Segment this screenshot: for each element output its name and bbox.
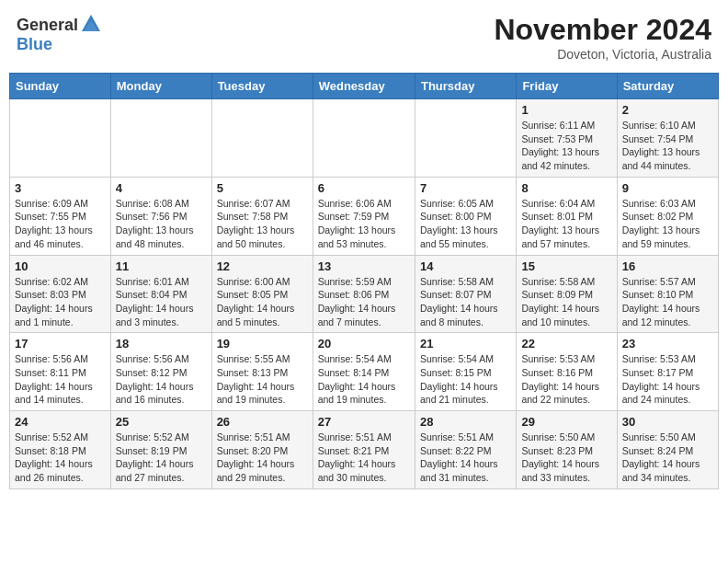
month-title: November 2024 xyxy=(494,13,711,47)
weekday-header-saturday: Saturday xyxy=(617,74,718,99)
logo-general-text: General xyxy=(17,16,78,35)
day-info: Sunrise: 5:58 AMSunset: 8:09 PMDaylight:… xyxy=(521,275,611,329)
day-info: Sunrise: 5:54 AMSunset: 8:15 PMDaylight:… xyxy=(420,352,511,407)
calendar-cell: 6Sunrise: 6:06 AMSunset: 7:59 PMDaylight… xyxy=(313,177,415,255)
day-info: Sunrise: 5:50 AMSunset: 8:24 PMDaylight:… xyxy=(622,431,713,485)
day-info: Sunrise: 6:09 AMSunset: 7:55 PMDaylight:… xyxy=(15,197,106,251)
day-number: 1 xyxy=(521,103,611,117)
day-info: Sunrise: 5:53 AMSunset: 8:17 PMDaylight:… xyxy=(622,352,713,407)
calendar-cell: 15Sunrise: 5:58 AMSunset: 8:09 PMDayligh… xyxy=(517,255,617,333)
day-info: Sunrise: 5:51 AMSunset: 8:22 PMDaylight:… xyxy=(420,431,511,485)
day-number: 18 xyxy=(116,337,207,350)
calendar-cell: 7Sunrise: 6:05 AMSunset: 8:00 PMDaylight… xyxy=(415,177,516,255)
day-number: 22 xyxy=(521,337,611,350)
weekday-header-sunday: Sunday xyxy=(10,74,111,99)
day-number: 2 xyxy=(622,103,713,117)
day-info: Sunrise: 5:57 AMSunset: 8:10 PMDaylight:… xyxy=(622,275,713,329)
calendar-cell xyxy=(110,99,211,178)
title-area: November 2024 Doveton, Victoria, Austral… xyxy=(494,13,711,62)
calendar-cell: 30Sunrise: 5:50 AMSunset: 8:24 PMDayligh… xyxy=(617,411,718,489)
day-number: 4 xyxy=(116,181,207,195)
day-number: 10 xyxy=(15,259,106,273)
day-number: 30 xyxy=(622,415,713,429)
calendar-week-5: 24Sunrise: 5:52 AMSunset: 8:18 PMDayligh… xyxy=(10,411,719,489)
day-info: Sunrise: 5:56 AMSunset: 8:12 PMDaylight:… xyxy=(116,352,207,407)
day-info: Sunrise: 5:52 AMSunset: 8:19 PMDaylight:… xyxy=(116,431,207,485)
calendar-table: SundayMondayTuesdayWednesdayThursdayFrid… xyxy=(9,73,719,489)
weekday-header-friday: Friday xyxy=(517,74,617,99)
day-number: 6 xyxy=(318,181,410,195)
calendar-cell: 3Sunrise: 6:09 AMSunset: 7:55 PMDaylight… xyxy=(10,177,111,255)
day-info: Sunrise: 5:58 AMSunset: 8:07 PMDaylight:… xyxy=(420,275,511,329)
day-info: Sunrise: 5:50 AMSunset: 8:23 PMDaylight:… xyxy=(521,431,611,485)
day-info: Sunrise: 5:54 AMSunset: 8:14 PMDaylight:… xyxy=(318,352,410,407)
day-info: Sunrise: 5:56 AMSunset: 8:11 PMDaylight:… xyxy=(15,352,106,407)
day-info: Sunrise: 5:55 AMSunset: 8:13 PMDaylight:… xyxy=(217,352,308,407)
calendar-header-row: SundayMondayTuesdayWednesdayThursdayFrid… xyxy=(10,74,719,99)
calendar-cell xyxy=(10,99,111,178)
calendar-cell: 12Sunrise: 6:00 AMSunset: 8:05 PMDayligh… xyxy=(211,255,313,333)
day-number: 24 xyxy=(15,415,106,429)
day-number: 27 xyxy=(318,415,410,429)
day-number: 16 xyxy=(622,259,713,273)
day-number: 5 xyxy=(217,181,308,195)
calendar-cell: 19Sunrise: 5:55 AMSunset: 8:13 PMDayligh… xyxy=(211,333,313,411)
calendar-cell: 2Sunrise: 6:10 AMSunset: 7:54 PMDaylight… xyxy=(617,99,718,178)
calendar-cell: 23Sunrise: 5:53 AMSunset: 8:17 PMDayligh… xyxy=(617,333,718,411)
logo-blue-line: Blue xyxy=(17,35,52,54)
calendar-cell: 17Sunrise: 5:56 AMSunset: 8:11 PMDayligh… xyxy=(10,333,111,411)
calendar-cell: 24Sunrise: 5:52 AMSunset: 8:18 PMDayligh… xyxy=(10,411,111,489)
day-number: 26 xyxy=(217,415,308,429)
weekday-header-monday: Monday xyxy=(110,74,211,99)
calendar-cell: 25Sunrise: 5:52 AMSunset: 8:19 PMDayligh… xyxy=(110,411,211,489)
weekday-header-wednesday: Wednesday xyxy=(313,74,415,99)
day-number: 17 xyxy=(15,337,106,350)
day-info: Sunrise: 6:08 AMSunset: 7:56 PMDaylight:… xyxy=(116,197,207,251)
day-number: 3 xyxy=(15,181,106,195)
day-info: Sunrise: 6:00 AMSunset: 8:05 PMDaylight:… xyxy=(217,275,308,329)
calendar-cell: 14Sunrise: 5:58 AMSunset: 8:07 PMDayligh… xyxy=(415,255,516,333)
day-info: Sunrise: 6:03 AMSunset: 8:02 PMDaylight:… xyxy=(622,197,713,251)
calendar-cell xyxy=(313,99,415,178)
calendar-week-4: 17Sunrise: 5:56 AMSunset: 8:11 PMDayligh… xyxy=(10,333,719,411)
calendar-cell: 13Sunrise: 5:59 AMSunset: 8:06 PMDayligh… xyxy=(313,255,415,333)
day-number: 14 xyxy=(420,259,511,273)
location-subtitle: Doveton, Victoria, Australia xyxy=(494,47,711,62)
day-info: Sunrise: 6:05 AMSunset: 8:00 PMDaylight:… xyxy=(420,197,511,251)
day-info: Sunrise: 5:52 AMSunset: 8:18 PMDaylight:… xyxy=(15,431,106,485)
calendar-week-1: 1Sunrise: 6:11 AMSunset: 7:53 PMDaylight… xyxy=(10,99,719,178)
calendar-cell: 29Sunrise: 5:50 AMSunset: 8:23 PMDayligh… xyxy=(517,411,617,489)
calendar-cell xyxy=(211,99,313,178)
day-info: Sunrise: 6:10 AMSunset: 7:54 PMDaylight:… xyxy=(622,119,713,173)
calendar-cell: 16Sunrise: 5:57 AMSunset: 8:10 PMDayligh… xyxy=(617,255,718,333)
calendar-cell: 11Sunrise: 6:01 AMSunset: 8:04 PMDayligh… xyxy=(110,255,211,333)
day-info: Sunrise: 5:53 AMSunset: 8:16 PMDaylight:… xyxy=(521,352,611,407)
logo-area: General Blue xyxy=(17,13,102,54)
day-number: 21 xyxy=(420,337,511,350)
day-number: 13 xyxy=(318,259,410,273)
day-number: 20 xyxy=(318,337,410,350)
calendar-cell: 4Sunrise: 6:08 AMSunset: 7:56 PMDaylight… xyxy=(110,177,211,255)
day-info: Sunrise: 5:51 AMSunset: 8:20 PMDaylight:… xyxy=(217,431,308,485)
calendar-cell xyxy=(415,99,516,178)
day-number: 7 xyxy=(420,181,511,195)
calendar-cell: 22Sunrise: 5:53 AMSunset: 8:16 PMDayligh… xyxy=(517,333,617,411)
header: General Blue November 2024 Doveton, Vict… xyxy=(9,9,719,65)
day-info: Sunrise: 5:51 AMSunset: 8:21 PMDaylight:… xyxy=(318,431,410,485)
weekday-header-tuesday: Tuesday xyxy=(211,74,313,99)
day-number: 19 xyxy=(217,337,308,350)
day-info: Sunrise: 6:06 AMSunset: 7:59 PMDaylight:… xyxy=(318,197,410,251)
day-info: Sunrise: 6:07 AMSunset: 7:58 PMDaylight:… xyxy=(217,197,308,251)
day-info: Sunrise: 6:01 AMSunset: 8:04 PMDaylight:… xyxy=(116,275,207,329)
calendar-cell: 9Sunrise: 6:03 AMSunset: 8:02 PMDaylight… xyxy=(617,177,718,255)
day-info: Sunrise: 6:02 AMSunset: 8:03 PMDaylight:… xyxy=(15,275,106,329)
day-number: 25 xyxy=(116,415,207,429)
calendar-week-3: 10Sunrise: 6:02 AMSunset: 8:03 PMDayligh… xyxy=(10,255,719,333)
day-number: 28 xyxy=(420,415,511,429)
calendar-cell: 18Sunrise: 5:56 AMSunset: 8:12 PMDayligh… xyxy=(110,333,211,411)
calendar-cell: 27Sunrise: 5:51 AMSunset: 8:21 PMDayligh… xyxy=(313,411,415,489)
day-number: 12 xyxy=(217,259,308,273)
day-number: 8 xyxy=(521,181,611,195)
logo: General xyxy=(17,13,102,35)
calendar-week-2: 3Sunrise: 6:09 AMSunset: 7:55 PMDaylight… xyxy=(10,177,719,255)
